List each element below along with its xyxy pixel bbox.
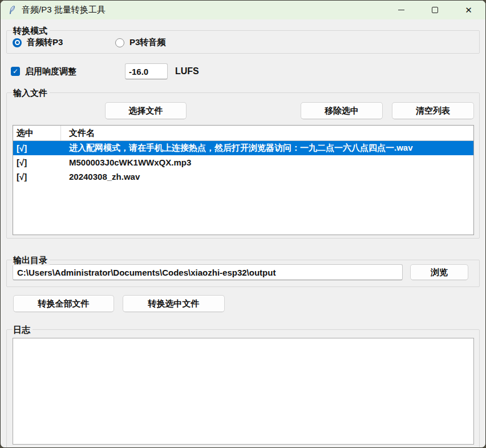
select-files-button[interactable]: 选择文件 xyxy=(105,102,187,119)
output-directory-group-label: 输出目录 xyxy=(13,255,50,265)
radio-audio-to-p3-label: 音频转P3 xyxy=(27,37,63,48)
mode-radio-row: 音频转P3 P3转音频 xyxy=(13,37,473,48)
radio-button-icon xyxy=(13,38,22,47)
file-table-header: 选中 文件名 xyxy=(13,126,473,141)
convert-all-button[interactable]: 转换全部文件 xyxy=(13,295,114,312)
action-buttons-row: 转换全部文件 转换选中文件 xyxy=(13,295,485,312)
file-table: 选中 文件名 [√]进入配网模式，请在手机上连接热点，然后打开浏览器访问：一九二… xyxy=(13,125,474,235)
file-table-body: [√]进入配网模式，请在手机上连接热点，然后打开浏览器访问：一九二点一六八点四点… xyxy=(13,141,473,184)
table-row[interactable]: [√]20240308_zh.wav xyxy=(13,169,473,184)
log-group: 日志 xyxy=(6,329,480,448)
window-controls: ✕ xyxy=(384,1,485,19)
title-bar[interactable]: 音频/P3 批量转换工具 ✕ xyxy=(1,1,485,19)
maximize-button[interactable] xyxy=(418,1,452,19)
convert-selected-button[interactable]: 转换选中文件 xyxy=(123,295,225,312)
radio-p3-to-audio-label: P3转音频 xyxy=(129,37,165,48)
log-textarea[interactable] xyxy=(13,338,474,445)
remove-selected-button[interactable]: 移除选中 xyxy=(301,102,383,119)
output-row: 浏览 xyxy=(13,264,474,280)
row-filename-cell: 20240308_zh.wav xyxy=(61,172,473,181)
file-buttons-row: 选择文件 移除选中 清空列表 xyxy=(13,102,474,119)
lufs-value-input[interactable] xyxy=(125,63,168,79)
row-filename-cell: M500003J0cWK1WWxQX.mp3 xyxy=(61,158,473,167)
maximize-icon xyxy=(432,7,438,13)
clear-list-button[interactable]: 清空列表 xyxy=(392,102,474,119)
row-filename-cell: 进入配网模式，请在手机上连接热点，然后打开浏览器访问：一九二点一六八点四点一.w… xyxy=(61,143,473,154)
minimize-button[interactable] xyxy=(384,1,418,19)
row-checked-cell: [√] xyxy=(13,143,61,153)
output-path-input[interactable] xyxy=(13,264,403,280)
table-row[interactable]: [√]进入配网模式，请在手机上连接热点，然后打开浏览器访问：一九二点一六八点四点… xyxy=(13,141,473,155)
close-icon: ✕ xyxy=(465,6,472,14)
main-content: 转换模式 音频转P3 P3转音频 ✓ 启用响度调整 LUFS xyxy=(1,30,485,448)
radio-p3-to-audio[interactable]: P3转音频 xyxy=(115,37,165,48)
radio-audio-to-p3[interactable]: 音频转P3 xyxy=(13,37,115,48)
lufs-unit-label: LUFS xyxy=(175,66,199,76)
input-files-group: 输入文件 选择文件 移除选中 清空列表 选中 文件名 [√]进入配网模式，请在手… xyxy=(6,92,480,239)
row-checked-cell: [√] xyxy=(13,172,61,181)
table-row[interactable]: [√]M500003J0cWK1WWxQX.mp3 xyxy=(13,155,473,169)
row-checked-cell: [√] xyxy=(13,158,61,167)
checkbox-icon: ✓ xyxy=(11,67,20,76)
loudness-checkbox[interactable]: ✓ 启用响度调整 xyxy=(11,66,125,77)
log-group-label: 日志 xyxy=(13,324,33,335)
column-header-checked[interactable]: 选中 xyxy=(13,126,61,140)
loudness-row: ✓ 启用响度调整 LUFS xyxy=(11,63,480,79)
close-button[interactable]: ✕ xyxy=(452,1,485,19)
browse-button[interactable]: 浏览 xyxy=(410,264,468,280)
app-window: 音频/P3 批量转换工具 ✕ 转换模式 音频转P3 xyxy=(0,0,486,448)
column-header-filename[interactable]: 文件名 xyxy=(61,126,473,140)
window-title: 音频/P3 批量转换工具 xyxy=(22,5,106,15)
input-files-group-label: 输入文件 xyxy=(13,87,50,98)
conversion-mode-group-label: 转换模式 xyxy=(13,25,50,36)
minimize-icon xyxy=(398,10,404,10)
radio-button-icon xyxy=(115,38,124,47)
app-feather-icon xyxy=(7,6,17,15)
loudness-checkbox-label: 启用响度调整 xyxy=(25,66,76,77)
conversion-mode-group: 转换模式 音频转P3 P3转音频 xyxy=(6,30,480,54)
output-directory-group: 输出目录 浏览 xyxy=(6,260,480,287)
